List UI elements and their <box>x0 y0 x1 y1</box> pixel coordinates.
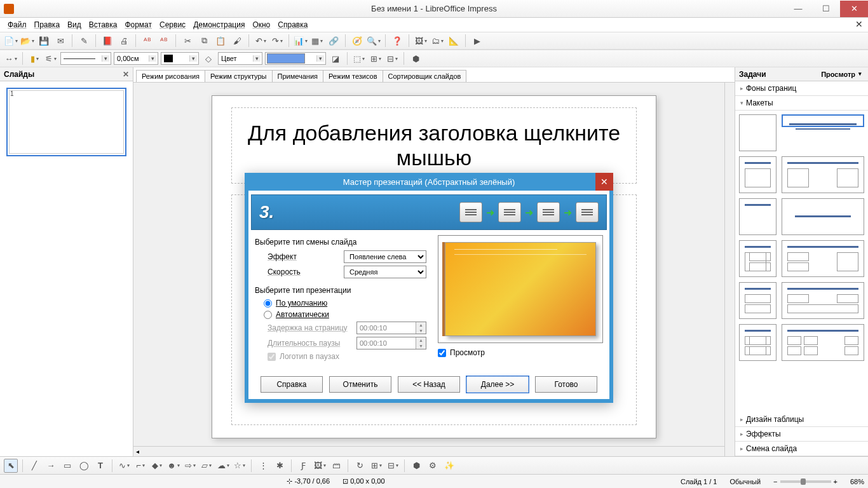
arrange-tool[interactable]: ⊟ <box>386 459 400 473</box>
from-file-tool[interactable]: 🖼 <box>313 459 327 473</box>
radio-auto-input[interactable] <box>264 311 272 319</box>
layout-l7[interactable] <box>739 240 776 277</box>
autospell-button[interactable]: ᴬᴮ <box>157 34 171 48</box>
edit-button[interactable]: ✎ <box>77 34 91 48</box>
finish-button[interactable]: Готово <box>535 376 597 393</box>
close-document-button[interactable]: ✕ <box>855 19 863 29</box>
callouts-tool[interactable]: ☁ <box>216 459 230 473</box>
section-transition[interactable]: Смена слайда <box>735 442 868 456</box>
ellipse-tool[interactable]: ◯ <box>77 459 91 473</box>
flowchart-tool[interactable]: ▱ <box>200 459 214 473</box>
rect-tool[interactable]: ▭ <box>60 459 74 473</box>
line-style-combo[interactable]: ▾ <box>60 52 111 65</box>
select-tool[interactable]: ⬉ <box>4 459 18 473</box>
paste-button[interactable]: 📋 <box>214 34 227 48</box>
slide-layout-button[interactable]: 📐 <box>447 34 461 48</box>
horizontal-scrollbar[interactable]: ◂▸ <box>133 446 735 456</box>
help-button[interactable]: ❓ <box>390 34 404 48</box>
radio-default[interactable]: По умолчанию <box>264 299 430 308</box>
interaction-tool[interactable]: ⚙ <box>426 459 440 473</box>
block-arrows-tool[interactable]: ⇨ <box>183 459 197 473</box>
back-button[interactable]: << Назад <box>398 376 460 393</box>
status-zoom[interactable]: 68% <box>850 478 864 485</box>
tab-handout[interactable]: Режим тезисов <box>323 70 383 82</box>
section-layouts[interactable]: Макеты <box>735 96 868 111</box>
zoom-slider[interactable]: − + <box>773 478 837 485</box>
tab-drawing[interactable]: Режим рисования <box>136 70 205 82</box>
layout-two-content[interactable] <box>782 156 864 193</box>
format-paint-button[interactable]: 🖌 <box>230 34 244 48</box>
arrange-button[interactable]: ⬚ <box>352 51 366 65</box>
preview-checkbox[interactable] <box>438 349 446 357</box>
arrow-tool[interactable]: → <box>44 459 58 473</box>
menu-file[interactable]: Файл <box>4 19 31 30</box>
section-effects[interactable]: Эффекты <box>735 427 868 442</box>
line-tool[interactable]: ╱ <box>27 459 41 473</box>
table-button[interactable]: ▦ <box>310 34 324 48</box>
menu-window[interactable]: Окно <box>248 19 274 30</box>
stars-tool[interactable]: ☆ <box>233 459 247 473</box>
align-button[interactable]: ⊞ <box>369 51 383 65</box>
layout-l8[interactable] <box>782 240 864 277</box>
curve-tool[interactable]: ∿ <box>117 459 131 473</box>
open-button[interactable]: 📂 <box>20 34 34 48</box>
tasks-view-dropdown[interactable]: Просмотр <box>821 71 864 78</box>
title-placeholder[interactable]: Для добавления заголовка щелкните мышью <box>231 107 637 184</box>
email-button[interactable]: ✉ <box>53 34 67 48</box>
line-style-dropdown[interactable]: ⚟ <box>44 51 58 65</box>
redo-button[interactable]: ↷ <box>270 34 284 48</box>
menu-slideshow[interactable]: Демонстрация <box>189 19 248 30</box>
distribute-button[interactable]: ⊟ <box>385 51 399 65</box>
next-button[interactable]: Далее >> <box>466 376 529 393</box>
layout-l11[interactable] <box>739 324 776 361</box>
extrusion-tool[interactable]: ⬢ <box>409 459 423 473</box>
copy-button[interactable]: ⧉ <box>197 34 211 48</box>
animation-tool[interactable]: ✨ <box>442 459 456 473</box>
spellcheck-button[interactable]: ᴬᴮ <box>140 34 154 48</box>
layout-centered[interactable] <box>782 198 864 235</box>
layout-title-content[interactable] <box>739 156 776 193</box>
line-color-combo[interactable]: ▾ <box>161 52 199 65</box>
layout-blank[interactable] <box>739 114 776 151</box>
cancel-button[interactable]: Отменить <box>329 376 391 393</box>
section-table-design[interactable]: Дизайн таблицы <box>735 412 868 427</box>
vertical-scrollbar[interactable] <box>724 83 735 456</box>
line-color-button[interactable]: ▮ <box>27 51 41 65</box>
export-pdf-button[interactable]: 📕 <box>100 34 114 48</box>
menu-format[interactable]: Формат <box>121 19 156 30</box>
section-backgrounds[interactable]: Фоны страниц <box>735 81 868 96</box>
close-button[interactable]: ✕ <box>840 1 868 17</box>
align-tool[interactable]: ⊞ <box>369 459 383 473</box>
navigator-button[interactable]: 🧭 <box>350 34 364 48</box>
extrusion-button[interactable]: ⬢ <box>409 51 423 65</box>
undo-button[interactable]: ↶ <box>254 34 268 48</box>
menu-help[interactable]: Справка <box>274 19 311 30</box>
layout-l12[interactable] <box>782 324 864 361</box>
print-button[interactable]: 🖨 <box>117 34 131 48</box>
menu-edit[interactable]: Правка <box>31 19 64 30</box>
zoom-button[interactable]: 🔍 <box>367 34 381 48</box>
menu-view[interactable]: Вид <box>64 19 85 30</box>
effect-select[interactable]: Появление слева <box>344 250 426 263</box>
connector-tool[interactable]: ⌐ <box>133 459 147 473</box>
layout-l9[interactable] <box>739 282 776 319</box>
hyperlink-button[interactable]: 🔗 <box>327 34 341 48</box>
presentation-button[interactable]: ▶ <box>470 34 484 48</box>
menu-tools[interactable]: Сервис <box>156 19 189 30</box>
radio-auto[interactable]: Автоматически <box>264 310 430 319</box>
symbol-shapes-tool[interactable]: ☻ <box>166 459 180 473</box>
slide-design-button[interactable]: 🗂 <box>430 34 444 48</box>
menu-insert[interactable]: Вставка <box>85 19 121 30</box>
help-button[interactable]: Справка <box>261 376 323 393</box>
layout-title-only[interactable] <box>739 198 776 235</box>
slide-button[interactable]: 🖼 <box>414 34 428 48</box>
new-button[interactable]: 📄 <box>4 34 18 48</box>
tab-outline[interactable]: Режим структуры <box>205 70 273 82</box>
points-tool[interactable]: ⋮ <box>256 459 270 473</box>
tab-notes[interactable]: Примечания <box>272 70 324 82</box>
rotate-tool[interactable]: ↻ <box>353 459 367 473</box>
line-width-combo[interactable]: 0,00см▾ <box>114 52 158 65</box>
fill-color-combo[interactable]: ▾ <box>265 52 326 65</box>
save-button[interactable]: 💾 <box>37 34 51 48</box>
layout-title[interactable] <box>782 114 864 127</box>
